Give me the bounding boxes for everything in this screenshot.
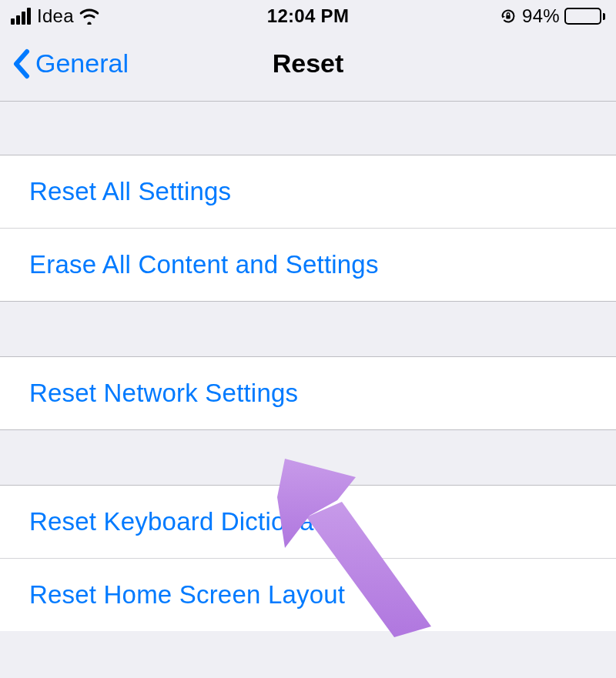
reset-network-settings-item[interactable]: Reset Network Settings [0, 357, 616, 430]
list-item-label: Reset Network Settings [29, 379, 298, 407]
reset-all-settings-item[interactable]: Reset All Settings [0, 155, 616, 229]
reset-group-3: Reset Keyboard Dictionary Reset Home Scr… [0, 486, 616, 631]
list-item-label: Reset Keyboard Dictionary [29, 507, 336, 536]
list-item-label: Erase All Content and Settings [29, 250, 379, 279]
back-button[interactable]: General [12, 48, 129, 79]
section-spacer [0, 102, 616, 155]
erase-all-content-item[interactable]: Erase All Content and Settings [0, 229, 616, 302]
back-label: General [35, 48, 129, 78]
status-time: 12:04 PM [267, 5, 349, 27]
list-item-label: Reset Home Screen Layout [29, 580, 345, 609]
reset-group-2: Reset Network Settings [0, 357, 616, 430]
battery-icon [564, 8, 605, 25]
nav-header: General Reset [0, 32, 616, 102]
chevron-left-icon [12, 48, 31, 79]
carrier-label: Idea [37, 5, 74, 27]
reset-home-screen-layout-item[interactable]: Reset Home Screen Layout [0, 559, 616, 631]
status-bar: Idea 12:04 PM 94% [0, 0, 616, 32]
list-item-label: Reset All Settings [29, 177, 231, 205]
section-spacer [0, 430, 616, 486]
section-spacer [0, 302, 616, 357]
reset-group-1: Reset All Settings Erase All Content and… [0, 155, 616, 302]
svg-rect-0 [506, 15, 510, 19]
orientation-lock-icon [499, 7, 517, 25]
wifi-icon [79, 8, 100, 25]
status-left: Idea [11, 5, 100, 27]
page-title: Reset [273, 48, 344, 78]
battery-percent: 94% [522, 5, 560, 27]
cellular-signal-icon [11, 8, 31, 25]
reset-keyboard-dictionary-item[interactable]: Reset Keyboard Dictionary [0, 486, 616, 559]
status-right: 94% [499, 5, 605, 27]
